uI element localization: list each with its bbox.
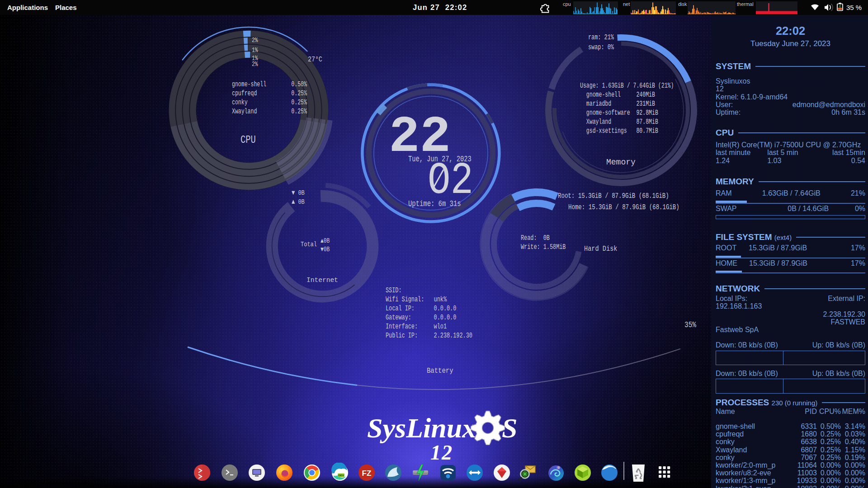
svg-text:DEV: DEV bbox=[338, 474, 344, 477]
svg-text:FZ: FZ bbox=[362, 469, 372, 478]
